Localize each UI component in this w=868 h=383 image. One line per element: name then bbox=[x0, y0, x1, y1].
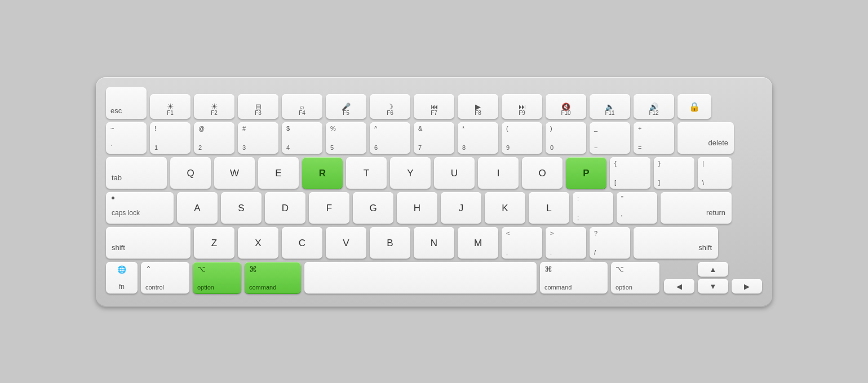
key9-top: ( bbox=[506, 125, 508, 132]
key-f11[interactable]: 🔈 F11 bbox=[590, 94, 630, 119]
key-f12[interactable]: 🔊 F12 bbox=[634, 94, 674, 119]
key-9[interactable]: ( 9 bbox=[502, 122, 542, 154]
key-option-left[interactable]: ⌥ option bbox=[193, 262, 241, 293]
key-f9[interactable]: ⏭ F9 bbox=[502, 94, 542, 119]
key-f8[interactable]: ▶ F8 bbox=[458, 94, 498, 119]
key-f2[interactable]: ☀ F2 bbox=[194, 94, 234, 119]
key-e[interactable]: E bbox=[258, 157, 299, 189]
esc-label: esc bbox=[110, 106, 122, 115]
key-s[interactable]: S bbox=[221, 192, 262, 224]
f7-label: F7 bbox=[431, 110, 437, 116]
key-b[interactable]: B bbox=[370, 227, 410, 259]
key-f4[interactable]: ⌕ F4 bbox=[282, 94, 322, 119]
key-arrow-down[interactable]: ▼ bbox=[698, 279, 728, 293]
key-arrow-left[interactable]: ◀ bbox=[664, 279, 694, 293]
key-minus[interactable]: _ − bbox=[590, 122, 630, 154]
key-control[interactable]: ⌃ control bbox=[141, 262, 189, 293]
key-h[interactable]: H bbox=[397, 192, 437, 224]
key-f1[interactable]: ☀ F1 bbox=[150, 94, 191, 119]
key-command-left[interactable]: ⌘ command bbox=[245, 262, 301, 293]
key-f5[interactable]: 🎤 F5 bbox=[326, 94, 366, 119]
key3-top: # bbox=[242, 125, 246, 132]
key-period[interactable]: > . bbox=[546, 227, 586, 259]
f11-label: F11 bbox=[605, 110, 614, 116]
key-n[interactable]: N bbox=[414, 227, 454, 259]
key-6[interactable]: ^ 6 bbox=[370, 122, 410, 154]
key-z[interactable]: Z bbox=[194, 227, 234, 259]
key-f6[interactable]: ☽ F6 bbox=[370, 94, 410, 119]
key-spacebar[interactable] bbox=[304, 262, 537, 293]
key-fn[interactable]: fn 🌐 bbox=[106, 262, 138, 293]
key4-top: $ bbox=[286, 125, 290, 132]
key-o[interactable]: O bbox=[522, 157, 563, 189]
key-w[interactable]: W bbox=[214, 157, 255, 189]
key-arrow-right[interactable]: ▶ bbox=[732, 279, 762, 293]
key-esc[interactable]: esc bbox=[106, 87, 147, 119]
key-4[interactable]: $ 4 bbox=[282, 122, 322, 154]
key-m[interactable]: M bbox=[458, 227, 498, 259]
key-p[interactable]: P bbox=[566, 157, 606, 189]
v-label: V bbox=[343, 238, 349, 248]
key-return[interactable]: return bbox=[661, 192, 732, 224]
period-bot: . bbox=[550, 249, 552, 256]
key-backslash[interactable]: | \ bbox=[698, 157, 732, 189]
key-q[interactable]: Q bbox=[170, 157, 211, 189]
f2-label: F2 bbox=[211, 110, 218, 116]
key-l[interactable]: L bbox=[529, 192, 569, 224]
c-label: C bbox=[299, 238, 305, 248]
key-quote[interactable]: " ' bbox=[617, 192, 657, 224]
key-f[interactable]: F bbox=[309, 192, 349, 224]
key-u[interactable]: U bbox=[434, 157, 475, 189]
key-shift-left[interactable]: shift bbox=[106, 227, 191, 259]
key-g[interactable]: G bbox=[353, 192, 393, 224]
key7-top: & bbox=[418, 125, 422, 132]
key-v[interactable]: V bbox=[326, 227, 366, 259]
key-option-right[interactable]: ⌥ option bbox=[611, 262, 659, 293]
key-equals[interactable]: + = bbox=[634, 122, 674, 154]
key-i[interactable]: I bbox=[478, 157, 519, 189]
key-1[interactable]: ! 1 bbox=[150, 122, 191, 154]
key-f7[interactable]: ⏮ F7 bbox=[414, 94, 454, 119]
key-slash[interactable]: ? / bbox=[590, 227, 630, 259]
key-a[interactable]: A bbox=[177, 192, 218, 224]
key-capslock[interactable]: caps lock bbox=[106, 192, 174, 224]
key-backtick[interactable]: ~ ` bbox=[106, 122, 147, 154]
rbracket-bot: ] bbox=[658, 179, 660, 186]
key-k[interactable]: K bbox=[485, 192, 525, 224]
slash-top: ? bbox=[594, 230, 597, 237]
key-j[interactable]: J bbox=[441, 192, 481, 224]
f-label: F bbox=[326, 203, 332, 213]
key-comma[interactable]: < , bbox=[502, 227, 542, 259]
key-3[interactable]: # 3 bbox=[238, 122, 278, 154]
key-f10[interactable]: 🔇 F10 bbox=[546, 94, 586, 119]
arrow-up-icon: ▲ bbox=[710, 265, 717, 274]
key-t[interactable]: T bbox=[346, 157, 387, 189]
key-rbracket[interactable]: } ] bbox=[654, 157, 694, 189]
key-delete[interactable]: delete bbox=[677, 122, 734, 154]
key-tab[interactable]: tab bbox=[106, 157, 167, 189]
backslash-bot: \ bbox=[702, 179, 704, 186]
key-f3[interactable]: ⊟ F3 bbox=[238, 94, 278, 119]
equals-top: + bbox=[638, 125, 641, 132]
key-0[interactable]: ) 0 bbox=[546, 122, 586, 154]
key-y[interactable]: Y bbox=[390, 157, 431, 189]
arrow-right-icon: ▶ bbox=[744, 282, 750, 291]
key-shift-right[interactable]: shift bbox=[634, 227, 718, 259]
key-x[interactable]: X bbox=[238, 227, 278, 259]
key0-top: ) bbox=[550, 125, 552, 132]
key-c[interactable]: C bbox=[282, 227, 322, 259]
key-2[interactable]: @ 2 bbox=[194, 122, 234, 154]
key-8[interactable]: * 8 bbox=[458, 122, 498, 154]
key-d[interactable]: D bbox=[265, 192, 305, 224]
key-5[interactable]: % 5 bbox=[326, 122, 366, 154]
key-lbracket[interactable]: { [ bbox=[610, 157, 650, 189]
arrow-up-row: ▲ bbox=[664, 262, 762, 277]
key-command-right[interactable]: ⌘ command bbox=[540, 262, 608, 293]
key-r[interactable]: R bbox=[302, 157, 343, 189]
key-7[interactable]: & 7 bbox=[414, 122, 454, 154]
key-lock[interactable]: 🔒 bbox=[677, 94, 711, 119]
key-arrow-up[interactable]: ▲ bbox=[698, 262, 728, 277]
key-semicolon[interactable]: : ; bbox=[573, 192, 613, 224]
f4-label: F4 bbox=[299, 110, 305, 116]
control-icon: ⌃ bbox=[145, 265, 152, 273]
